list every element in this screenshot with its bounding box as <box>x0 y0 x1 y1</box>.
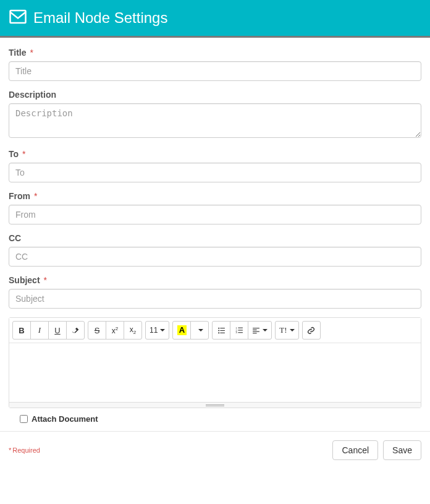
svg-rect-14 <box>253 329 257 330</box>
link-icon <box>307 327 315 335</box>
label-from: From * <box>9 191 421 201</box>
superscript-button[interactable]: x2 <box>106 321 124 340</box>
attach-document-checkbox[interactable] <box>20 415 28 423</box>
editor-toolbar: B I U S x2 x2 11 <box>9 318 421 343</box>
field-to: To * <box>9 149 421 182</box>
toolbar-group-font-style: B I U <box>12 321 85 340</box>
input-subject[interactable] <box>9 289 421 309</box>
svg-rect-12 <box>238 332 243 333</box>
svg-rect-13 <box>253 328 259 328</box>
svg-text:3: 3 <box>235 331 237 334</box>
input-cc[interactable] <box>9 247 421 267</box>
clear-format-button[interactable] <box>66 321 85 340</box>
field-cc: CC <box>9 233 421 267</box>
field-description: Description <box>9 90 421 140</box>
modal-footer: *Required Cancel Save <box>0 431 430 469</box>
attach-document-label: Attach Document <box>32 414 98 424</box>
attach-document-row[interactable]: Attach Document <box>17 413 421 425</box>
mail-icon <box>9 7 33 28</box>
chevron-down-icon <box>263 329 268 331</box>
link-button[interactable] <box>302 321 321 340</box>
field-title: Title * <box>9 48 421 81</box>
italic-icon: I <box>38 325 41 335</box>
paragraph-style-icon: T! <box>279 325 287 335</box>
chevron-down-icon <box>160 329 165 331</box>
list-ul-icon <box>217 327 226 335</box>
input-title[interactable] <box>9 61 421 81</box>
underline-icon: U <box>54 326 60 335</box>
cancel-button[interactable]: Cancel <box>332 440 378 460</box>
superscript-icon: x2 <box>112 326 118 335</box>
modal-header: Email Node Settings <box>0 0 430 38</box>
eraser-icon <box>72 327 80 335</box>
font-color-button[interactable]: A <box>172 321 191 340</box>
align-dropdown[interactable] <box>248 321 272 340</box>
required-footnote: *Required <box>9 446 40 454</box>
label-cc: CC <box>9 233 421 243</box>
subscript-button[interactable]: x2 <box>124 321 142 340</box>
svg-point-3 <box>218 330 219 331</box>
toolbar-group-link <box>302 321 321 340</box>
paragraph-style-dropdown[interactable]: T! <box>275 321 298 340</box>
chevron-down-icon <box>290 329 295 331</box>
svg-rect-10 <box>238 330 243 330</box>
field-from: From * <box>9 191 421 224</box>
svg-rect-0 <box>11 11 26 23</box>
align-left-icon <box>252 327 260 335</box>
subscript-icon: x2 <box>130 325 136 335</box>
field-subject: Subject * <box>9 275 421 309</box>
form-body: Title * Description To * From * CC Subje… <box>0 38 430 431</box>
svg-rect-4 <box>220 330 225 330</box>
strikethrough-button[interactable]: S <box>88 321 106 340</box>
svg-rect-2 <box>220 328 225 328</box>
bold-icon: B <box>19 326 24 335</box>
rich-text-editor: B I U S x2 x2 11 <box>9 317 421 408</box>
font-size-value: 11 <box>150 326 158 335</box>
label-subject: Subject * <box>9 275 421 285</box>
input-description[interactable] <box>9 103 421 138</box>
strikethrough-icon: S <box>95 326 100 335</box>
required-marker: * <box>22 149 25 159</box>
editor-resize-handle[interactable] <box>9 402 421 408</box>
input-to[interactable] <box>9 163 421 182</box>
editor-body[interactable] <box>9 343 421 402</box>
required-marker: * <box>43 275 46 285</box>
grip-icon <box>206 404 224 406</box>
font-color-dropdown[interactable] <box>190 321 209 340</box>
svg-point-1 <box>218 327 219 328</box>
chevron-down-icon <box>198 329 203 331</box>
label-title: Title * <box>9 48 421 58</box>
label-to: To * <box>9 149 421 159</box>
list-ol-icon: 123 <box>235 327 243 335</box>
modal-title: Email Node Settings <box>33 9 167 27</box>
svg-rect-8 <box>238 327 243 328</box>
required-marker: * <box>30 48 33 58</box>
svg-point-5 <box>218 332 219 333</box>
bold-button[interactable]: B <box>12 321 31 340</box>
unordered-list-button[interactable] <box>212 321 230 340</box>
toolbar-group-paragraph: 123 <box>212 321 272 340</box>
required-marker: * <box>34 191 37 201</box>
italic-button[interactable]: I <box>30 321 49 340</box>
svg-rect-15 <box>253 331 259 331</box>
toolbar-group-fontsize: 11 <box>145 321 169 340</box>
label-description: Description <box>9 90 421 100</box>
svg-rect-6 <box>220 332 225 333</box>
toolbar-group-style: T! <box>275 321 298 340</box>
svg-rect-16 <box>253 333 257 333</box>
save-button[interactable]: Save <box>383 440 421 460</box>
input-from[interactable] <box>9 205 421 224</box>
ordered-list-button[interactable]: 123 <box>230 321 248 340</box>
font-color-icon: A <box>177 325 187 335</box>
font-size-dropdown[interactable]: 11 <box>145 321 169 340</box>
toolbar-group-script: S x2 x2 <box>88 321 142 340</box>
toolbar-group-color: A <box>172 321 209 340</box>
footer-buttons: Cancel Save <box>332 440 421 460</box>
underline-button[interactable]: U <box>48 321 67 340</box>
